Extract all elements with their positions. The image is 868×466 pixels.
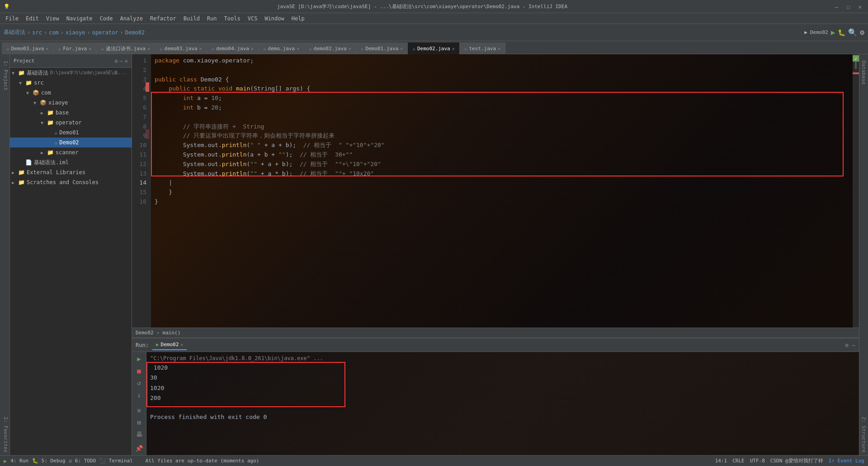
left-icon-strip: 1: Project 2: Favorites xyxy=(0,54,10,455)
tree-label-com: com xyxy=(41,90,51,96)
terminal-bottom-label[interactable]: ⬛ Terminal xyxy=(99,458,133,464)
tab-close-demo03[interactable]: ✕ xyxy=(46,46,48,51)
menu-view[interactable]: View xyxy=(42,14,63,23)
tab-test[interactable]: ☕ test.java ✕ xyxy=(460,43,505,54)
breadcrumb-item-operator[interactable]: operator xyxy=(92,29,118,36)
output-command: "C:\Program Files\Java\jdk1.8.0_261\bin\… xyxy=(150,354,855,363)
left-panel-favorites[interactable]: 2: Favorites xyxy=(0,414,9,455)
breadcrumb-item-com[interactable]: com xyxy=(49,29,59,36)
tab-close-demo[interactable]: ✕ xyxy=(297,46,299,51)
run-button[interactable]: ▶ xyxy=(831,28,835,37)
sidebar-item-extlibs[interactable]: ▶ 📁 External Libraries xyxy=(10,167,132,177)
tab-demo04[interactable]: ☕ demo04.java ✕ xyxy=(207,43,259,54)
run-tab-demo02[interactable]: ▶ Demo02 ✕ xyxy=(152,340,187,350)
menu-window[interactable]: Window xyxy=(261,14,288,23)
todo-bottom-label[interactable]: ☑ 6: TODO xyxy=(69,458,96,464)
sidebar-item-demo01[interactable]: ▶ ☕ Demo01 xyxy=(10,128,132,138)
tab-demo02-active-icon: ☕ xyxy=(412,46,415,52)
tab-demo[interactable]: ☕ demo.java ✕ xyxy=(259,43,304,54)
sidebar-item-scratches[interactable]: ▶ 📁 Scratches and Consoles xyxy=(10,177,132,187)
run-bottom-icon[interactable]: ▶ xyxy=(4,458,7,464)
menu-analyze[interactable]: Analyze xyxy=(116,14,146,23)
tree-arrow-scratches: ▶ xyxy=(12,180,17,185)
menu-tools[interactable]: Tools xyxy=(221,14,244,23)
menu-refactor[interactable]: Refactor xyxy=(146,14,180,23)
tab-close-test[interactable]: ✕ xyxy=(498,46,500,51)
sidebar-item-src[interactable]: ▼ 📁 src xyxy=(10,78,132,88)
sidebar-item-demo02[interactable]: ▶ ☕ Demo02 xyxy=(10,138,132,147)
menu-edit[interactable]: Edit xyxy=(22,14,42,23)
tab-close-demo02-active[interactable]: ✕ xyxy=(452,46,455,51)
run-bottom-label[interactable]: 4: Run xyxy=(10,458,28,464)
tab-close-demo02-lower[interactable]: ✕ xyxy=(349,46,351,51)
sidebar-item-operator[interactable]: ▼ 📁 operator xyxy=(10,118,132,128)
minimize-button[interactable]: — xyxy=(835,3,841,10)
sidebar-header-close[interactable]: ✕ xyxy=(125,58,128,64)
editor-scrollbar[interactable]: ✓ xyxy=(853,54,859,328)
code-content[interactable]: package com.xiaoye.operator; public clas… xyxy=(151,54,853,328)
tab-test-icon: ☕ xyxy=(464,46,467,52)
run-settings-icon[interactable]: ⚙ xyxy=(845,342,849,348)
tab-demo01[interactable]: ☕ Demo01.java ✕ xyxy=(356,43,408,54)
search-icon[interactable]: 🔍 xyxy=(848,28,857,37)
sidebar-item-jichuyufa[interactable]: ▼ 📁 基础语法 D:\java学习\code\javaSE\基... xyxy=(10,68,132,78)
tab-close-dijie[interactable]: ✕ xyxy=(147,46,150,51)
line-num-13: 13 xyxy=(132,169,149,179)
menu-build[interactable]: Build xyxy=(180,14,203,23)
run-filter-button[interactable]: ⊞ xyxy=(134,418,145,428)
run-stop-button[interactable]: ■ xyxy=(134,366,145,376)
tree-label: 基础语法 xyxy=(27,69,48,77)
tab-close-for[interactable]: ✕ xyxy=(89,46,91,51)
menu-file[interactable]: File xyxy=(2,14,22,23)
run-tab-close[interactable]: ✕ xyxy=(180,342,183,347)
tab-close-demo03-lower[interactable]: ✕ xyxy=(199,46,202,51)
sidebar-item-com[interactable]: ▼ 📦 com xyxy=(10,88,132,98)
close-button[interactable]: ✕ xyxy=(858,3,864,10)
folder-icon: 📁 xyxy=(18,70,25,76)
status-event-log[interactable]: 1↑ Event Log xyxy=(829,458,864,464)
sidebar-item-iml[interactable]: ▶ 📄 基础语法.iml xyxy=(10,157,132,167)
breadcrumb-item-root[interactable]: 基础语法 xyxy=(4,29,25,36)
run-rerun-button[interactable]: ↺ xyxy=(134,378,145,388)
code-editor[interactable]: 1 2 3 4 5 6 7 8 9 10 11 12 13 14 15 16 xyxy=(132,54,859,328)
breadcrumb-item-src[interactable]: src xyxy=(32,29,42,36)
sidebar-item-xiaoye[interactable]: ▼ 📦 xiaoye xyxy=(10,98,132,108)
maximize-button[interactable]: ☐ xyxy=(846,3,853,10)
sidebar-item-base[interactable]: ▶ 📁 base xyxy=(10,108,132,118)
tab-demo03[interactable]: ☕ Demo03.java ✕ xyxy=(2,43,54,54)
tab-dijie[interactable]: ☕ 递法口诀书.java ✕ xyxy=(96,43,155,54)
run-config-label[interactable]: Demo02 xyxy=(810,29,828,35)
settings-icon[interactable]: ⚙ xyxy=(860,28,864,37)
run-wrap-button[interactable]: ≡ xyxy=(134,405,145,416)
debug-bottom-label[interactable]: 🐛 5: Debug xyxy=(32,458,66,464)
code-line-8: // 字符串连接符 + String xyxy=(155,122,849,132)
run-play-button[interactable]: ▶ xyxy=(134,354,145,364)
tab-close-demo04[interactable]: ✕ xyxy=(251,46,254,51)
run-minimize-icon[interactable]: — xyxy=(852,342,855,348)
debug-button[interactable]: 🐛 xyxy=(838,29,845,36)
tab-close-demo01[interactable]: ✕ xyxy=(400,46,403,51)
tab-demo03-lower[interactable]: ☕ demo03.java ✕ xyxy=(155,43,207,54)
menu-code[interactable]: Code xyxy=(96,14,117,23)
tab-for[interactable]: ☕ For.java ✕ xyxy=(54,43,97,54)
left-panel-project[interactable]: 1: Project xyxy=(0,58,9,93)
menu-run[interactable]: Run xyxy=(203,14,221,23)
run-down-button[interactable]: ↓ xyxy=(134,390,145,400)
right-tab-structure[interactable]: Z: Structure xyxy=(860,414,868,455)
breadcrumb-item-demo02[interactable]: Demo02 xyxy=(125,29,145,36)
menu-navigate[interactable]: Navigate xyxy=(63,14,96,23)
menu-vcs[interactable]: VCS xyxy=(244,14,261,23)
tab-demo02-active[interactable]: ☕ Demo02.java ✕ xyxy=(408,43,460,54)
sidebar-item-scanner[interactable]: ▶ 📁 scanner xyxy=(10,147,132,157)
sidebar-header-cog[interactable]: ⚙ xyxy=(114,58,118,64)
sidebar-title: Project xyxy=(14,58,34,64)
tab-demo02-lower[interactable]: ☕ demo02.java ✕ xyxy=(304,43,356,54)
sidebar-header-collapse[interactable]: — xyxy=(120,58,123,64)
run-pin-button[interactable]: 📌 xyxy=(134,443,145,454)
line-num-7: 7 xyxy=(132,113,149,122)
run-output: "C:\Program Files\Java\jdk1.8.0_261\bin\… xyxy=(146,352,859,455)
menu-help[interactable]: Help xyxy=(288,14,308,23)
run-print-button[interactable]: 🖶 xyxy=(134,429,145,440)
right-tab-database[interactable]: Database xyxy=(860,58,868,87)
breadcrumb-item-xiaoye[interactable]: xiaoye xyxy=(66,29,85,36)
